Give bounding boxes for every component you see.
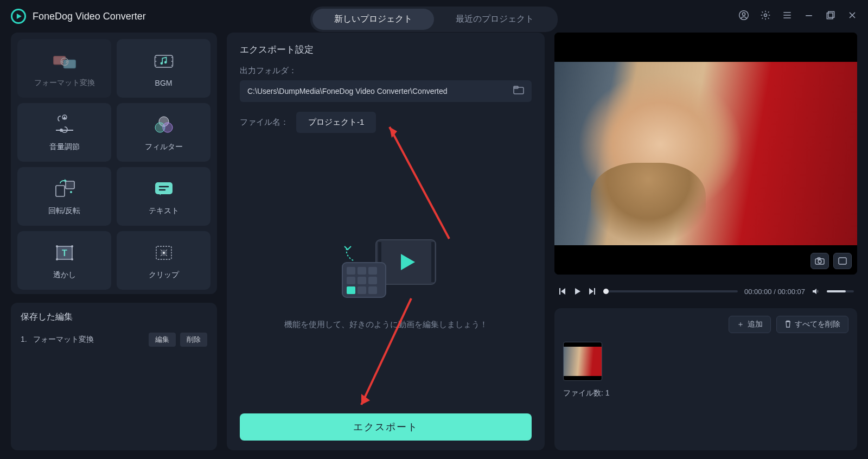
tool-label: クリップ: [149, 270, 179, 280]
convert-icon: [53, 49, 76, 73]
svg-point-56: [818, 260, 821, 263]
svg-rect-4: [827, 13, 833, 19]
tab-new-project[interactable]: 新しいプロジェクト: [312, 9, 434, 30]
filename-label: ファイル名：: [240, 117, 289, 127]
video-thumbnail[interactable]: [563, 342, 602, 381]
svg-rect-42: [358, 267, 366, 275]
svg-point-13: [171, 61, 172, 62]
saved-edit-name: フォーマット変換: [33, 335, 94, 343]
svg-rect-22: [56, 186, 65, 196]
tab-recent-projects[interactable]: 最近のプロジェクト: [434, 9, 556, 30]
app-logo-icon: [11, 9, 26, 24]
tool-label: フォーマット変換: [34, 78, 95, 88]
svg-point-12: [171, 57, 172, 58]
svg-rect-6: [63, 60, 75, 68]
delete-all-button[interactable]: すべてを削除: [776, 316, 848, 333]
close-button[interactable]: [846, 9, 858, 21]
tool-rotate[interactable]: 回転/反転: [17, 167, 111, 226]
text-icon: [152, 177, 176, 201]
tool-bgm[interactable]: BGM: [117, 39, 210, 98]
tool-label: テキスト: [149, 206, 179, 216]
menu-icon[interactable]: [781, 9, 793, 21]
output-folder-field[interactable]: C:\Users\DumpMedia\FoneDog Video Convert…: [240, 80, 532, 102]
watermark-icon: T: [53, 241, 76, 265]
svg-point-1: [742, 12, 745, 15]
thumbnails-panel: ＋ 追加 すべてを削除 ファイル数: 1: [554, 308, 857, 450]
snapshot-button[interactable]: [810, 253, 829, 269]
output-folder-label: 出力フォルダ：: [240, 66, 532, 76]
tool-label: フィルター: [145, 142, 183, 152]
export-button[interactable]: エクスポート: [240, 413, 532, 441]
export-section-title: エクスポート設定: [240, 43, 532, 56]
tools-panel: フォーマット変換 BGM 音量調節: [11, 33, 217, 294]
svg-rect-23: [66, 181, 74, 189]
next-button[interactable]: [588, 287, 597, 296]
plus-icon: ＋: [737, 320, 744, 329]
export-hint-text: 機能を使用して、好きのように動画を編集しましょう！: [284, 318, 488, 331]
tool-label: 回転/反転: [48, 206, 81, 216]
file-count: ファイル数: 1: [563, 388, 848, 398]
tool-watermark[interactable]: T 透かし: [17, 231, 111, 290]
svg-rect-46: [368, 277, 377, 284]
saved-edit-index: 1.: [21, 335, 27, 343]
tool-filter[interactable]: フィルター: [117, 103, 210, 162]
export-illustration: 機能を使用して、好きのように動画を編集しましょう！: [240, 149, 532, 413]
svg-rect-49: [368, 286, 377, 294]
svg-rect-39: [431, 242, 435, 282]
volume-icon[interactable]: [812, 287, 820, 296]
maximize-button[interactable]: [825, 9, 837, 21]
svg-point-34: [163, 252, 165, 254]
svg-point-11: [155, 65, 156, 66]
video-frame[interactable]: [554, 62, 857, 246]
svg-point-9: [155, 57, 156, 58]
tool-format-convert[interactable]: フォーマット変換: [17, 39, 111, 98]
svg-point-29: [71, 245, 73, 247]
saved-edit-edit-button[interactable]: 編集: [149, 333, 176, 347]
tool-label: BGM: [155, 79, 173, 87]
svg-rect-43: [368, 267, 377, 275]
svg-rect-44: [347, 277, 355, 284]
svg-point-18: [60, 129, 63, 132]
minimize-button[interactable]: [803, 9, 815, 21]
svg-point-15: [160, 62, 163, 65]
svg-point-2: [764, 14, 767, 17]
progress-bar[interactable]: [603, 290, 738, 292]
saved-edits-title: 保存した編集: [21, 311, 207, 323]
saved-edit-delete-button[interactable]: 削除: [180, 333, 207, 347]
settings-icon[interactable]: [760, 9, 771, 21]
svg-rect-50: [347, 286, 355, 294]
bgm-icon: [152, 49, 176, 73]
volume-icon: [53, 113, 76, 137]
volume-slider[interactable]: [827, 290, 854, 292]
svg-rect-8: [155, 55, 173, 67]
prev-button[interactable]: [558, 287, 566, 296]
svg-point-21: [163, 123, 173, 132]
svg-text:T: T: [62, 248, 67, 258]
output-folder-path: C:\Users\DumpMedia\FoneDog Video Convert…: [247, 87, 513, 95]
video-preview: [554, 33, 857, 275]
saved-edits-panel: 保存した編集 1. フォーマット変換 編集 削除: [11, 303, 217, 450]
svg-point-16: [164, 61, 167, 64]
browse-folder-icon[interactable]: [513, 86, 524, 97]
account-icon[interactable]: [738, 9, 750, 21]
player-controls: 00:00:00 / 00:00:07: [554, 282, 857, 301]
filename-input[interactable]: プロジェクト-1: [296, 112, 376, 133]
svg-point-24: [70, 191, 72, 193]
tool-volume[interactable]: 音量調節: [17, 103, 111, 162]
window-controls: [738, 9, 858, 21]
svg-rect-48: [358, 286, 366, 294]
svg-rect-41: [347, 267, 355, 275]
time-display: 00:00:00 / 00:00:07: [744, 288, 805, 296]
app-title: FoneDog Video Converter: [33, 11, 146, 22]
tool-clip[interactable]: クリップ: [117, 231, 210, 290]
top-tabs: 新しいプロジェクト 最近のプロジェクト: [310, 7, 558, 32]
play-button[interactable]: [573, 287, 582, 296]
tool-text[interactable]: テキスト: [117, 167, 210, 226]
export-panel: エクスポート設定 出力フォルダ： C:\Users\DumpMedia\Fone…: [227, 33, 545, 450]
svg-point-31: [71, 258, 73, 260]
fullscreen-button[interactable]: [833, 253, 852, 269]
filter-icon: [152, 113, 176, 137]
svg-rect-58: [839, 258, 846, 264]
add-file-button[interactable]: ＋ 追加: [729, 316, 771, 333]
clip-icon: [152, 241, 176, 265]
